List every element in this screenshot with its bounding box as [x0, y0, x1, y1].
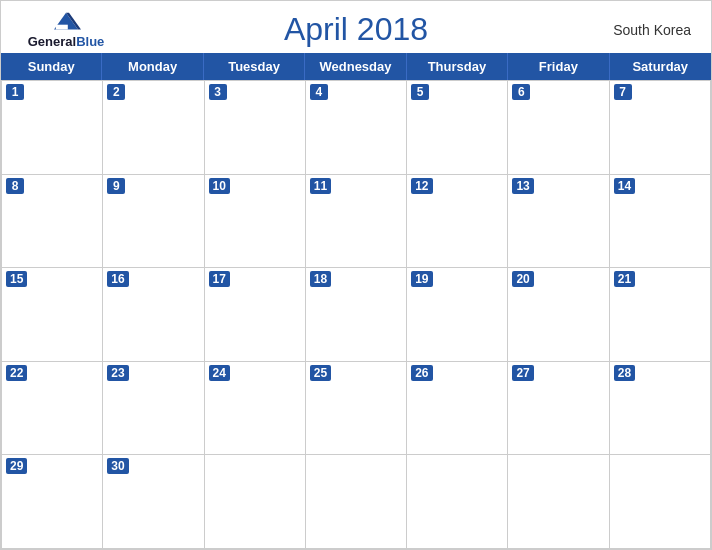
date-number: 8: [6, 178, 24, 194]
calendar-cell[interactable]: 28: [610, 362, 711, 456]
calendar-title: April 2018: [284, 11, 428, 47]
calendar-cell[interactable]: 27: [508, 362, 609, 456]
date-number: 10: [209, 178, 230, 194]
calendar-cell[interactable]: 15: [2, 268, 103, 362]
date-number: 29: [6, 458, 27, 474]
day-header-thursday: Thursday: [407, 53, 508, 80]
date-number: 2: [107, 84, 125, 100]
calendar-cell[interactable]: 22: [2, 362, 103, 456]
calendar-cell[interactable]: 6: [508, 81, 609, 175]
day-header-friday: Friday: [508, 53, 609, 80]
calendar-cell[interactable]: 1: [2, 81, 103, 175]
svg-rect-2: [56, 25, 68, 30]
date-number: 1: [6, 84, 24, 100]
calendar-cell[interactable]: 3: [205, 81, 306, 175]
calendar-cell[interactable]: [205, 455, 306, 549]
calendar-cell[interactable]: 23: [103, 362, 204, 456]
calendar-header: General Blue April 2018 South Korea: [1, 1, 711, 53]
calendar-cell[interactable]: 8: [2, 175, 103, 269]
calendar-cell[interactable]: 9: [103, 175, 204, 269]
date-number: 3: [209, 84, 227, 100]
calendar-cell[interactable]: 26: [407, 362, 508, 456]
country-label: South Korea: [601, 22, 691, 38]
calendar-cell[interactable]: 20: [508, 268, 609, 362]
date-number: 5: [411, 84, 429, 100]
date-number: 12: [411, 178, 432, 194]
calendar-cell[interactable]: 12: [407, 175, 508, 269]
date-number: 27: [512, 365, 533, 381]
date-number: 24: [209, 365, 230, 381]
date-number: 6: [512, 84, 530, 100]
date-number: 22: [6, 365, 27, 381]
logo-general-text: General: [28, 35, 76, 48]
calendar-cell[interactable]: 16: [103, 268, 204, 362]
calendar-cell[interactable]: 11: [306, 175, 407, 269]
calendar-cell[interactable]: 13: [508, 175, 609, 269]
calendar-cell[interactable]: 24: [205, 362, 306, 456]
date-number: 20: [512, 271, 533, 287]
calendar-cell[interactable]: 17: [205, 268, 306, 362]
day-header-monday: Monday: [102, 53, 203, 80]
calendar-cell[interactable]: 21: [610, 268, 711, 362]
date-number: 18: [310, 271, 331, 287]
date-number: 25: [310, 365, 331, 381]
day-header-tuesday: Tuesday: [204, 53, 305, 80]
calendar-cell[interactable]: [508, 455, 609, 549]
date-number: 19: [411, 271, 432, 287]
date-number: 26: [411, 365, 432, 381]
date-number: 16: [107, 271, 128, 287]
calendar-cell[interactable]: [407, 455, 508, 549]
calendar-cell[interactable]: 19: [407, 268, 508, 362]
date-number: 9: [107, 178, 125, 194]
day-headers: Sunday Monday Tuesday Wednesday Thursday…: [1, 53, 711, 80]
date-number: 17: [209, 271, 230, 287]
date-number: 4: [310, 84, 328, 100]
logo-icon: [51, 11, 81, 33]
calendar-cell[interactable]: 18: [306, 268, 407, 362]
calendar-cell[interactable]: 10: [205, 175, 306, 269]
calendar-cell[interactable]: 29: [2, 455, 103, 549]
day-header-sunday: Sunday: [1, 53, 102, 80]
calendar-cell[interactable]: [306, 455, 407, 549]
calendar-cell[interactable]: 2: [103, 81, 204, 175]
calendar-cell[interactable]: 14: [610, 175, 711, 269]
date-number: 11: [310, 178, 331, 194]
date-number: 28: [614, 365, 635, 381]
calendar-container: General Blue April 2018 South Korea Sund…: [0, 0, 712, 550]
day-header-saturday: Saturday: [610, 53, 711, 80]
calendar-cell[interactable]: [610, 455, 711, 549]
date-number: 7: [614, 84, 632, 100]
date-number: 15: [6, 271, 27, 287]
logo-blue-text: Blue: [76, 35, 104, 48]
logo-area: General Blue: [21, 11, 111, 48]
date-number: 14: [614, 178, 635, 194]
calendar-cell[interactable]: 30: [103, 455, 204, 549]
calendar-cell[interactable]: 5: [407, 81, 508, 175]
calendar-grid: 1234567891011121314151617181920212223242…: [1, 80, 711, 549]
calendar-cell[interactable]: 7: [610, 81, 711, 175]
calendar-cell[interactable]: 4: [306, 81, 407, 175]
day-header-wednesday: Wednesday: [305, 53, 406, 80]
date-number: 23: [107, 365, 128, 381]
calendar-cell[interactable]: 25: [306, 362, 407, 456]
date-number: 21: [614, 271, 635, 287]
date-number: 30: [107, 458, 128, 474]
calendar-title-area: April 2018: [111, 11, 601, 48]
date-number: 13: [512, 178, 533, 194]
